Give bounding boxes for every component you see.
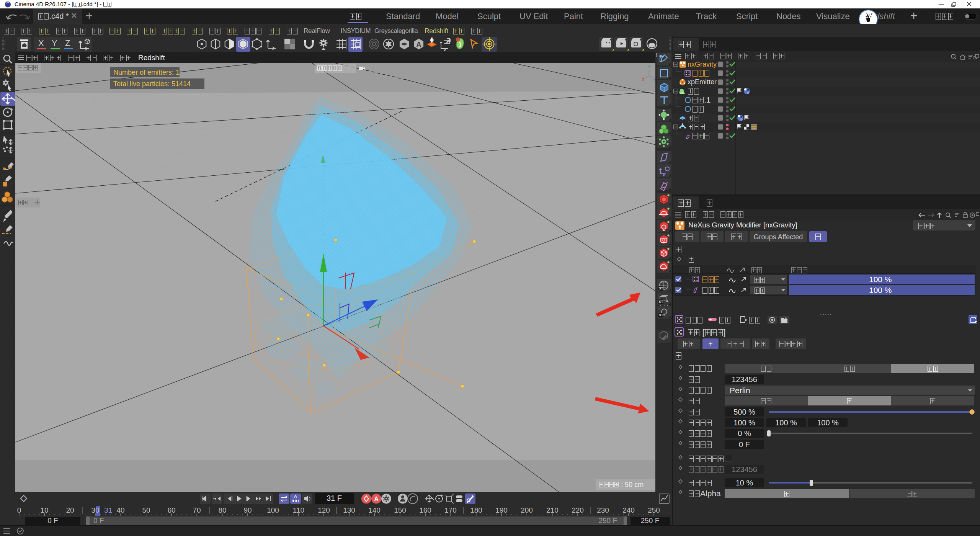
svg-text:110: 110 (293, 506, 304, 514)
svg-text:Y: Y (648, 64, 651, 69)
svg-text:10: 10 (40, 506, 48, 514)
svg-text:100: 100 (267, 506, 279, 514)
svg-text:190: 190 (495, 506, 508, 514)
svg-text:A: A (374, 496, 379, 502)
svg-text:20: 20 (66, 506, 74, 514)
svg-text:90: 90 (243, 506, 252, 514)
svg-text:X: X (38, 38, 44, 48)
svg-text:Z: Z (65, 38, 70, 48)
svg-text:160: 160 (419, 506, 431, 514)
svg-text:40: 40 (116, 506, 124, 514)
svg-text:A: A (416, 41, 421, 48)
svg-text:130: 130 (343, 506, 355, 514)
svg-text:220: 220 (572, 506, 584, 514)
svg-text:230: 230 (597, 506, 609, 514)
svg-text:X: X (642, 77, 645, 82)
svg-text:250 F: 250 F (641, 516, 660, 525)
svg-text:170: 170 (444, 506, 457, 514)
svg-text:200: 200 (521, 506, 533, 514)
svg-text:250 F: 250 F (598, 516, 617, 525)
svg-text:31: 31 (104, 506, 112, 514)
svg-text:240: 240 (622, 506, 635, 514)
svg-text:180: 180 (470, 506, 482, 514)
svg-text:250: 250 (648, 506, 660, 514)
svg-text:70: 70 (193, 506, 201, 514)
svg-text:Y: Y (52, 38, 57, 48)
svg-text:ST: ST (659, 313, 663, 317)
svg-text:80: 80 (218, 506, 226, 514)
svg-text:30: 30 (91, 506, 99, 514)
svg-text:60: 60 (167, 506, 175, 514)
svg-text:ST: ST (659, 286, 663, 290)
svg-text:A: A (294, 494, 297, 498)
svg-text:ST: ST (659, 300, 663, 304)
svg-text:50: 50 (142, 506, 150, 514)
svg-text:0: 0 (17, 506, 21, 514)
svg-text:120: 120 (318, 506, 330, 514)
svg-text:140: 140 (368, 506, 381, 514)
svg-text:150: 150 (394, 506, 406, 514)
svg-text:0 F: 0 F (93, 516, 104, 525)
svg-text:31 F: 31 F (327, 494, 342, 502)
svg-text:0 F: 0 F (47, 516, 58, 525)
svg-text:210: 210 (546, 506, 559, 514)
